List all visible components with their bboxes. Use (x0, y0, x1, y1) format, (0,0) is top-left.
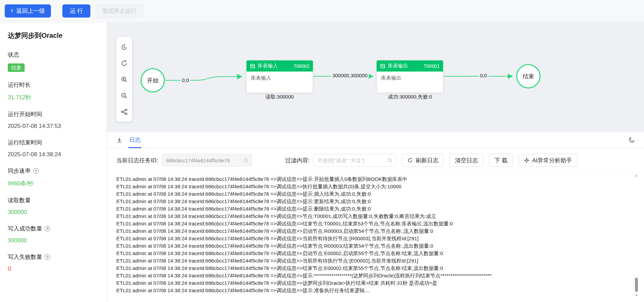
job-title: 达梦同步到Oracle (8, 31, 100, 40)
tab-logs[interactable]: 日志 (129, 132, 141, 148)
status-section: 状态 结束 (8, 51, 100, 72)
flow-canvas[interactable]: 开始 0,0 库表输入 T00002 库表输入 读取:300000 300000… (107, 22, 644, 132)
download-log-icon[interactable] (116, 137, 122, 143)
help-icon[interactable]: ? (45, 226, 50, 231)
write-fail-value: 0 (8, 266, 100, 272)
log-line: ETL01:admin at 07/08 14:38:24 traceId:68… (116, 272, 631, 279)
node-stat-caption: 读取:300000 (265, 94, 294, 100)
start-time-label: 运行开始时间 (8, 110, 42, 118)
start-node[interactable]: 开始 (141, 68, 165, 92)
edge-count-label: 0,0 (181, 77, 191, 83)
refresh-log-label: 刷新日志 (415, 157, 438, 164)
write-success-value: 300000 (8, 237, 100, 244)
refresh-icon (407, 158, 413, 163)
log-line: ETL01:admin at 07/08 14:38:24 traceId:68… (116, 175, 631, 183)
end-time-label: 运行结束时间 (8, 139, 42, 146)
task-id-input[interactable] (166, 157, 243, 164)
end-node[interactable]: 结束 (516, 64, 540, 88)
scroll-down-icon[interactable]: ▼ (634, 293, 639, 297)
search-icon (387, 158, 392, 163)
filter-input-wrap (313, 154, 396, 167)
run-button-label: 运 行 (70, 7, 83, 15)
scrollbar-thumb[interactable] (635, 278, 638, 292)
back-button[interactable]: ‹ 返回上一级 (5, 4, 51, 18)
node-id: T00001 (424, 63, 440, 69)
log-line: ETL01:admin at 07/08 14:38:24 traceId:68… (116, 205, 631, 213)
log-line: ETL01:admin at 07/08 14:38:24 traceId:68… (116, 257, 631, 265)
end-node-label: 结束 (523, 73, 534, 80)
back-chevron-icon: ‹ (11, 7, 13, 14)
read-count-label: 读取数量 (8, 196, 31, 204)
read-count-value: 300000 (8, 209, 100, 216)
status-label: 状态 (8, 51, 19, 59)
log-line: ETL01:admin at 07/08 14:38:24 traceId:68… (116, 250, 631, 257)
download-log-button[interactable]: 下 载 (489, 154, 513, 167)
rerun-icon[interactable] (117, 39, 131, 55)
refresh-canvas-icon[interactable] (117, 55, 131, 71)
table-output-icon (380, 63, 385, 69)
end-time-section: 运行结束时间 2025-07-08 14:38:24 (8, 139, 100, 158)
canvas-toolbar (116, 37, 132, 121)
run-button[interactable]: 运 行 (62, 4, 90, 18)
auto-layout-icon[interactable] (117, 104, 131, 120)
write-success-section: 写入成功数量 ? 300000 (8, 225, 100, 244)
node-title: 库表输入 (258, 63, 278, 69)
table-output-node[interactable]: 库表输出 T00001 库表输出 (377, 60, 443, 93)
ai-analysis-label: AI异常分析助手 (532, 157, 572, 164)
write-fail-section: 写入失败数量 ? 0 (8, 253, 100, 272)
log-panel: 日志 当前日志任务ID: 过滤内容: 刷新日志 (107, 132, 644, 302)
log-line: ETL01:admin at 07/08 14:38:24 traceId:68… (116, 242, 631, 250)
node-body-label: 库表输出 (377, 72, 443, 93)
back-button-label: 返回上一级 (16, 7, 45, 15)
refresh-log-button[interactable]: 刷新日志 (402, 154, 444, 167)
read-count-section: 读取数量 300000 (8, 196, 100, 216)
start-time-value: 2025-07-08 14:37:53 (8, 123, 100, 130)
log-line: ETL01:admin at 07/08 14:38:24 traceId:68… (116, 198, 631, 205)
sync-rate-label: 同步速率 (8, 167, 31, 175)
duration-value: 31.712秒 (8, 93, 100, 101)
end-time-value: 2025-07-08 14:38:24 (8, 151, 100, 158)
log-tabbar: 日志 (107, 132, 644, 148)
log-line: ETL01:admin at 07/08 14:38:24 traceId:68… (116, 213, 631, 220)
log-line: ETL01:admin at 07/08 14:38:24 traceId:68… (116, 265, 631, 272)
node-stat-caption: 成功:300000,失败:0 (388, 94, 432, 100)
ai-analysis-button[interactable]: AI异常分析助手 (519, 154, 577, 167)
zoom-in-icon[interactable] (117, 71, 131, 87)
job-info-sidebar: 达梦同步到Oracle 状态 结束 运行时长 31.712秒 运行开始时间 20… (0, 22, 107, 302)
scroll-up-icon[interactable]: ▲ (634, 173, 639, 177)
zoom-out-icon[interactable] (117, 87, 131, 104)
edge-count-label: 0,0 (479, 73, 489, 78)
stop-run-button[interactable]: 尝试停止运行 (96, 4, 143, 18)
help-icon[interactable]: ? (33, 168, 39, 174)
log-line: ETL01:admin at 07/08 14:38:24 traceId:68… (116, 287, 631, 294)
clear-log-label: 清空日志 (455, 157, 478, 164)
start-time-section: 运行开始时间 2025-07-08 14:37:53 (8, 110, 100, 130)
top-toolbar: ‹ 返回上一级 运 行 尝试停止运行 (0, 0, 644, 22)
node-body-label: 库表输入 (246, 72, 313, 93)
table-input-node[interactable]: 库表输入 T00002 库表输入 (246, 60, 313, 93)
log-line: ETL01:admin at 07/08 14:38:24 traceId:68… (116, 235, 631, 242)
download-log-label: 下 载 (494, 157, 507, 164)
task-id-input-wrap (162, 154, 252, 167)
log-line: ETL01:admin at 07/08 14:38:24 traceId:68… (116, 279, 631, 287)
stop-run-button-label: 尝试停止运行 (102, 7, 137, 15)
help-icon[interactable]: ? (45, 254, 50, 260)
log-line: ETL01:admin at 07/08 14:38:24 traceId:68… (116, 227, 631, 235)
sync-rate-value: 9460条/秒 (8, 180, 100, 187)
task-id-label: 当前日志任务ID: (116, 157, 158, 164)
node-id: T00002 (294, 63, 310, 69)
start-node-label: 开始 (147, 77, 158, 84)
node-title: 库表输出 (388, 63, 408, 69)
dark-mode-moon-icon[interactable] (628, 136, 635, 143)
clear-log-button[interactable]: 清空日志 (449, 154, 483, 167)
log-controls: 当前日志任务ID: 过滤内容: 刷新日志 清空日志 下 载 (107, 154, 644, 167)
search-icon (243, 158, 248, 163)
ai-sparkle-icon (524, 158, 529, 163)
table-input-icon (250, 63, 255, 69)
filter-input[interactable] (317, 157, 387, 164)
sync-rate-section: 同步速率 ? 9460条/秒 (8, 167, 100, 187)
duration-section: 运行时长 31.712秒 (8, 81, 100, 101)
log-scrollbar[interactable]: ▲ ▼ (634, 173, 639, 297)
log-output[interactable]: ETL01:admin at 07/08 14:38:24 traceId:68… (116, 173, 631, 298)
duration-label: 运行时长 (8, 81, 31, 89)
